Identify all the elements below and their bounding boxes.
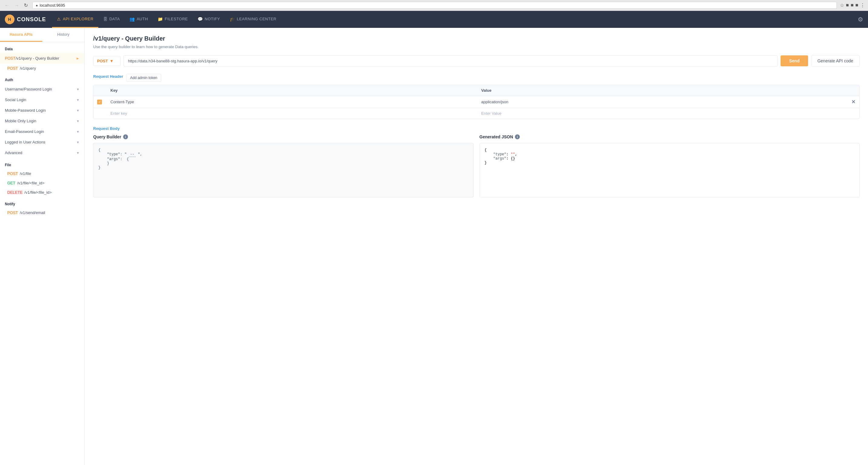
method-post-email: POST — [7, 210, 18, 215]
settings-icon[interactable]: ⚙ — [858, 16, 863, 23]
section-data-title: Data — [0, 42, 85, 53]
nav-tab-api-explorer[interactable]: ⚠ API EXPLORER — [52, 11, 98, 28]
page-title: /v1/query - Query Builder — [93, 35, 860, 42]
query-builder-editor[interactable]: { "type": " -- ", "args": { } } — [93, 143, 473, 197]
lock-icon: ● — [36, 3, 38, 7]
sidebar-item-label-logged-in: Logged in User Actions — [5, 140, 45, 144]
sidebar-item-label-mobile-only: Mobile Only Login — [5, 119, 36, 123]
request-body-section: Request Body Query Builder i { "type": "… — [93, 126, 860, 197]
main-content: /v1/query - Query Builder Use the query … — [85, 28, 868, 465]
row2-value-placeholder[interactable]: Enter Value — [476, 108, 847, 119]
browser-navigation: ← → ↻ — [3, 2, 29, 9]
table-row: ✓ Content-Type application/json ✕ — [93, 96, 859, 108]
request-body-label: Request Body — [93, 126, 120, 131]
sidebar-item-label-advanced: Advanced — [5, 150, 22, 155]
star-icon[interactable]: ☆ — [840, 2, 844, 8]
back-button[interactable]: ← — [3, 2, 11, 9]
table-col-actions — [847, 85, 859, 96]
query-builder-info-icon[interactable]: i — [123, 135, 128, 139]
learning-icon: 🎓 — [229, 17, 235, 22]
forward-button[interactable]: → — [13, 2, 21, 9]
request-header-label: Request Header — [93, 74, 123, 79]
sidebar-item-label-email-password: Email-Password Login — [5, 129, 44, 134]
chevron-down-icon-7: ▼ — [76, 151, 80, 155]
generated-json-info-icon[interactable]: i — [515, 135, 520, 139]
sidebar-item-social-login[interactable]: Social Login ▼ — [0, 94, 85, 105]
app-header: H CONSOLE ⚠ API EXPLORER 🗄 DATA 👥 AUTH 📁… — [0, 11, 868, 28]
data-icon: 🗄 — [103, 17, 108, 22]
row1-check[interactable]: ✓ — [93, 96, 105, 108]
sidebar: Hasura APIs History Data POST /v1/query … — [0, 28, 85, 465]
sidebar-item-email-password-login[interactable]: Email-Password Login ▼ — [0, 126, 85, 137]
api-explorer-icon: ⚠ — [57, 17, 61, 22]
generated-json-title-row: Generated JSON i — [479, 135, 860, 139]
nav-tab-auth-label: AUTH — [137, 17, 148, 21]
chevron-down-icon-3: ▼ — [76, 109, 80, 112]
chevron-method-icon: ▼ — [110, 59, 114, 63]
sidebar-item-label-v1-file-post: /v1/file — [20, 171, 31, 176]
ext2-icon[interactable]: ■ — [851, 2, 854, 8]
app-body: Hasura APIs History Data POST /v1/query … — [0, 28, 868, 465]
sidebar-item-v1-send-email[interactable]: POST /v1/send/email — [0, 208, 85, 217]
chevron-down-icon-6: ▼ — [76, 141, 80, 144]
delete-row-icon[interactable]: ✕ — [851, 99, 855, 105]
method-post-file: POST — [7, 171, 18, 176]
sidebar-item-username-password-login[interactable]: Username/Password Login ▼ — [0, 84, 85, 94]
generate-button[interactable]: Generate API code — [811, 55, 860, 67]
header-table: Key Value ✓ Content-Type application/jso… — [93, 85, 860, 119]
nav-tab-filestore-label: FILESTORE — [165, 17, 188, 21]
sidebar-tab-history[interactable]: History — [42, 28, 85, 42]
sidebar-item-v1-file-post[interactable]: POST /v1/file — [0, 169, 85, 178]
sidebar-item-v1-query[interactable]: POST /v1/query — [0, 64, 85, 73]
ext1-icon[interactable]: ■ — [846, 2, 849, 8]
sidebar-item-mobile-password-login[interactable]: Mobile-Password Login ▼ — [0, 105, 85, 116]
url-input[interactable] — [123, 55, 778, 67]
query-builder-title: Query Builder — [93, 135, 121, 139]
nav-tabs: ⚠ API EXPLORER 🗄 DATA 👥 AUTH 📁 FILESTORE… — [52, 11, 858, 28]
table-col-value: Value — [476, 85, 847, 96]
menu-icon[interactable]: ⋮ — [860, 2, 865, 8]
browser-bar: ← → ↻ ● localhost:9695 ☆ ■ ■ ■ ⋮ — [0, 0, 868, 11]
sidebar-item-v1-file-delete[interactable]: DELETE /v1/file/<file_id> — [0, 188, 85, 197]
row1-key: Content-Type — [105, 96, 476, 107]
chevron-down-icon-2: ▼ — [76, 98, 80, 102]
row1-delete[interactable]: ✕ — [847, 96, 859, 108]
query-builder-col: Query Builder i { "type": " -- ", "args"… — [93, 135, 473, 197]
section-file-title: File — [0, 158, 85, 169]
row2-key-placeholder[interactable]: Enter key — [105, 108, 476, 119]
generated-json-col: Generated JSON i { "type": "", "args": {… — [479, 135, 860, 197]
nav-tab-learning-label: LEARNING CENTER — [237, 17, 277, 21]
nav-tab-filestore[interactable]: 📁 FILESTORE — [153, 11, 193, 28]
ext3-icon[interactable]: ■ — [855, 2, 858, 8]
sidebar-item-label-v1-query: /v1/query — [20, 66, 36, 70]
logo-icon: H — [5, 14, 14, 24]
row1-value: application/json — [476, 96, 847, 107]
table-row-empty: Enter key Enter Value — [93, 108, 859, 119]
logo-initials: H — [8, 17, 11, 22]
nav-tab-auth[interactable]: 👥 AUTH — [125, 11, 153, 28]
method-select[interactable]: POST ▼ — [93, 56, 120, 66]
add-token-button[interactable]: Add admin token — [126, 74, 161, 82]
generated-json-title: Generated JSON — [479, 135, 513, 139]
nav-tab-notify[interactable]: 💬 NOTIFY — [193, 11, 225, 28]
sidebar-item-label-v1-file-delete: /v1/file/<file_id> — [25, 190, 52, 195]
generated-json-editor[interactable]: { "type": "", "args": {} } — [479, 143, 860, 197]
sidebar-item-v1-file-get[interactable]: GET /v1/file/<file_id> — [0, 178, 85, 188]
section-notify-title: Notify — [0, 197, 85, 208]
nav-tab-learning-center[interactable]: 🎓 LEARNING CENTER — [225, 11, 281, 28]
sidebar-item-label-v1-send-email: /v1/send/email — [20, 210, 45, 215]
sidebar-tab-hasura-apis[interactable]: Hasura APIs — [0, 28, 42, 42]
browser-actions: ☆ ■ ■ ■ ⋮ — [840, 2, 865, 8]
sidebar-item-v1-query-builder[interactable]: POST /v1/query - Query Builder ► — [0, 53, 85, 64]
sidebar-item-label-social-login: Social Login — [5, 97, 26, 102]
sidebar-item-label-mobile-password: Mobile-Password Login — [5, 108, 46, 113]
row2-check[interactable] — [93, 111, 105, 117]
address-bar[interactable]: ● localhost:9695 — [32, 2, 837, 9]
reload-button[interactable]: ↻ — [22, 2, 29, 9]
send-button[interactable]: Send — [781, 55, 808, 66]
sidebar-item-advanced[interactable]: Advanced ▼ — [0, 147, 85, 158]
sidebar-item-logged-in-user-actions[interactable]: Logged in User Actions ▼ — [0, 137, 85, 147]
checkbox-checked-icon: ✓ — [97, 99, 102, 105]
nav-tab-data[interactable]: 🗄 DATA — [98, 11, 125, 28]
sidebar-item-mobile-only-login[interactable]: Mobile Only Login ▼ — [0, 116, 85, 126]
